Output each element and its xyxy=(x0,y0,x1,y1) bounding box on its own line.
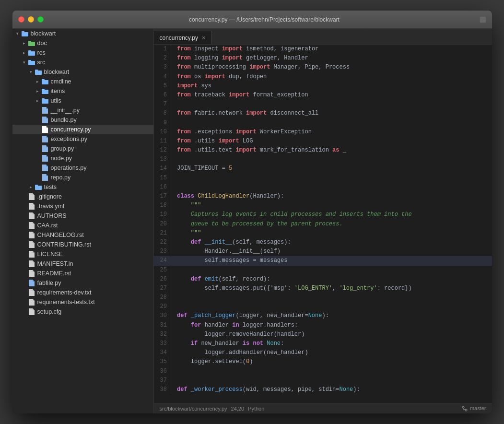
svg-marker-48 xyxy=(29,260,35,267)
code-line-10: 10 from .exceptions import WorkerExcepti… xyxy=(154,128,492,137)
svg-marker-34 xyxy=(29,193,35,200)
sidebar-item-reqtest[interactable]: requirements-tests.txt xyxy=(12,297,153,307)
close-button[interactable] xyxy=(18,16,24,23)
svg-marker-39 xyxy=(33,212,35,214)
sidebar-label: setup.cfg xyxy=(37,308,62,315)
expand-button[interactable] xyxy=(480,16,486,23)
sidebar-label: LICENSE xyxy=(37,251,63,258)
tab-close-button[interactable]: × xyxy=(202,34,206,41)
sidebar-item-group-py[interactable]: group.py xyxy=(12,144,153,153)
svg-marker-45 xyxy=(33,241,35,243)
arrow-icon xyxy=(21,41,28,46)
sidebar-item-bundle-py[interactable]: bundle.py xyxy=(12,115,153,125)
sidebar-label: res xyxy=(37,49,46,56)
sidebar-item-src[interactable]: src xyxy=(12,58,153,67)
sidebar-item-changelog[interactable]: CHANGELOG.rst xyxy=(12,230,153,240)
maximize-button[interactable] xyxy=(37,16,44,23)
sidebar-label: tests xyxy=(44,184,57,190)
sidebar-item-exceptions-py[interactable]: exceptions.py xyxy=(12,134,153,144)
code-line-37: 37 xyxy=(154,376,492,385)
sidebar-item-repo-py[interactable]: repo.py xyxy=(12,173,153,182)
svg-marker-56 xyxy=(29,299,35,306)
code-line-8: 8 from fabric.network import disconnect_… xyxy=(154,109,492,118)
arrow-icon xyxy=(21,50,28,55)
sidebar-label: CHANGELOG.rst xyxy=(37,232,84,238)
status-left: src/blockwart/concurrency.py 24,20 Pytho… xyxy=(160,406,265,412)
svg-marker-55 xyxy=(33,289,35,291)
editor-pane: concurrency.py × 1 from inspect import i… xyxy=(154,29,492,413)
code-line-36: 36 xyxy=(154,367,492,376)
sidebar-label: concurrency.py xyxy=(51,126,91,133)
svg-marker-21 xyxy=(46,126,48,128)
sidebar-item-authors[interactable]: AUTHORS xyxy=(12,211,153,221)
sidebar-label: .gitignore xyxy=(37,193,62,200)
sidebar-item-license[interactable]: LICENSE xyxy=(12,249,153,259)
arrow-icon xyxy=(35,79,41,84)
code-line-2: 2 from logging import getLogger, Handler xyxy=(154,54,492,63)
file-icon xyxy=(41,174,49,181)
sidebar-item-readme[interactable]: README.rst xyxy=(12,269,153,278)
sidebar-item-contributing[interactable]: CONTRIBUTING.rst xyxy=(12,240,153,249)
sidebar-label: repo.py xyxy=(51,174,71,181)
sidebar-item-init-py[interactable]: __init__.py xyxy=(12,106,153,115)
main-content: blockwart doc res xyxy=(12,29,492,413)
file-icon xyxy=(41,126,49,133)
code-line-21: 21 """ xyxy=(154,229,492,238)
code-line-13: 13 xyxy=(154,155,492,164)
svg-marker-42 xyxy=(29,232,35,238)
sidebar-label: exceptions.py xyxy=(51,136,87,142)
sidebar-label: blockwart xyxy=(31,30,56,37)
file-icon xyxy=(28,308,35,316)
sidebar-item-items[interactable]: items xyxy=(12,86,153,96)
code-table: 1 from inspect import ismethod, isgenera… xyxy=(154,45,492,394)
status-right: master xyxy=(462,405,486,412)
folder-icon xyxy=(21,30,29,37)
minimize-button[interactable] xyxy=(28,16,34,23)
window-title: concurrency.py — /Users/trehn/Projects/s… xyxy=(49,16,480,23)
code-line-20: 20 queue to be processed by the parent p… xyxy=(154,220,492,229)
sidebar-item-blockwart-sub[interactable]: blockwart xyxy=(12,67,153,77)
svg-marker-37 xyxy=(33,203,35,205)
file-icon xyxy=(28,222,35,229)
cursor-position: 24,20 xyxy=(231,406,245,412)
sidebar-item-node-py[interactable]: node.py xyxy=(12,153,153,163)
sidebar-label: .travis.yml xyxy=(37,203,64,210)
sidebar-item-operations-py[interactable]: operations.py xyxy=(12,163,153,173)
file-icon xyxy=(28,289,35,296)
sidebar-item-blockwart[interactable]: blockwart xyxy=(12,29,153,38)
sidebar-item-res[interactable]: res xyxy=(12,48,153,58)
code-line-19: 19 Captures log events in child processe… xyxy=(154,210,492,219)
svg-rect-9 xyxy=(35,70,38,71)
svg-point-60 xyxy=(462,406,464,408)
sidebar-item-reqdev[interactable]: requirements-dev.txt xyxy=(12,288,153,297)
sidebar-item-travis[interactable]: .travis.yml xyxy=(12,201,153,211)
sidebar-label: items xyxy=(51,88,65,94)
sidebar-label: CAA.rst xyxy=(37,222,58,229)
file-icon xyxy=(28,298,35,306)
file-icon xyxy=(41,135,49,143)
sidebar-label: MANIFEST.in xyxy=(37,260,73,267)
svg-marker-46 xyxy=(29,251,35,258)
sidebar-item-cmdline[interactable]: cmdline xyxy=(12,77,153,86)
svg-marker-22 xyxy=(42,136,48,142)
sidebar-item-fabfile[interactable]: fabfile.py xyxy=(12,278,153,288)
tab-concurrency[interactable]: concurrency.py × xyxy=(154,31,212,44)
sidebar-label: AUTHORS xyxy=(37,212,67,219)
sidebar-label: cmdline xyxy=(51,78,71,85)
file-icon xyxy=(28,260,35,268)
code-line-30: 30 def _patch_logger(logger, new_handler… xyxy=(154,311,492,320)
sidebar-item-utils[interactable]: utils xyxy=(12,96,153,106)
sidebar-item-caa[interactable]: CAA.rst xyxy=(12,221,153,230)
code-editor[interactable]: 1 from inspect import ismethod, isgenera… xyxy=(154,45,492,403)
sidebar-item-concurrency-py[interactable]: concurrency.py xyxy=(12,125,153,134)
sidebar-item-manifest[interactable]: MANIFEST.in xyxy=(12,259,153,269)
file-icon xyxy=(28,231,35,239)
code-line-31: 31 for handler in logger.handlers: xyxy=(154,321,492,330)
svg-marker-50 xyxy=(29,270,35,277)
code-line-25: 25 xyxy=(154,266,492,275)
svg-marker-41 xyxy=(33,222,35,224)
sidebar-item-doc[interactable]: doc xyxy=(12,38,153,48)
sidebar-item-tests[interactable]: tests xyxy=(12,182,153,192)
sidebar-item-setup[interactable]: setup.cfg xyxy=(12,307,153,317)
sidebar-item-gitignore[interactable]: .gitignore xyxy=(12,192,153,201)
